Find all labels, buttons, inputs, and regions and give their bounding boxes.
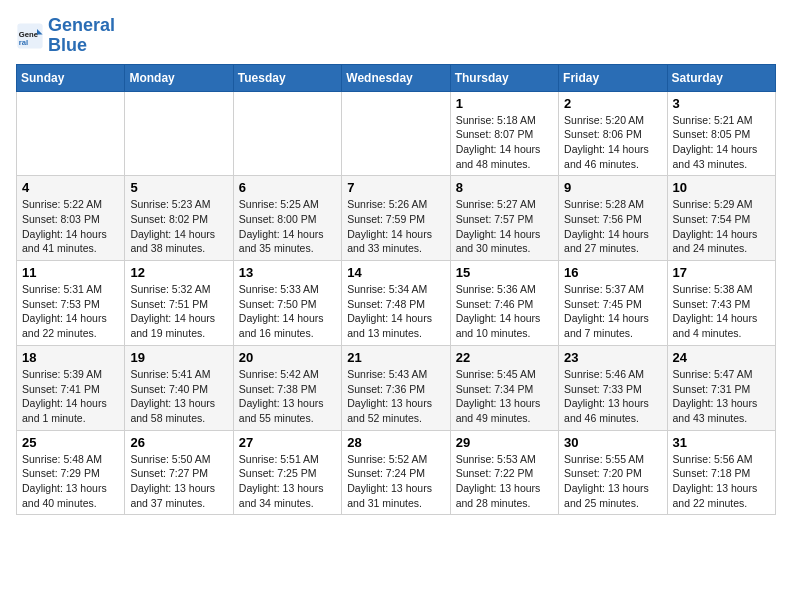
calendar-cell: 10Sunrise: 5:29 AM Sunset: 7:54 PM Dayli… xyxy=(667,176,775,261)
day-number: 4 xyxy=(22,180,119,195)
day-number: 24 xyxy=(673,350,770,365)
day-number: 19 xyxy=(130,350,227,365)
day-number: 8 xyxy=(456,180,553,195)
calendar-cell xyxy=(125,91,233,176)
day-info: Sunrise: 5:43 AM Sunset: 7:36 PM Dayligh… xyxy=(347,367,444,426)
logo-icon: Gene ral xyxy=(16,22,44,50)
calendar-table: SundayMondayTuesdayWednesdayThursdayFrid… xyxy=(16,64,776,516)
calendar-cell: 22Sunrise: 5:45 AM Sunset: 7:34 PM Dayli… xyxy=(450,345,558,430)
calendar-cell: 1Sunrise: 5:18 AM Sunset: 8:07 PM Daylig… xyxy=(450,91,558,176)
col-header-tuesday: Tuesday xyxy=(233,64,341,91)
logo-text-line2: Blue xyxy=(48,36,115,56)
day-info: Sunrise: 5:52 AM Sunset: 7:24 PM Dayligh… xyxy=(347,452,444,511)
col-header-saturday: Saturday xyxy=(667,64,775,91)
day-info: Sunrise: 5:34 AM Sunset: 7:48 PM Dayligh… xyxy=(347,282,444,341)
day-info: Sunrise: 5:39 AM Sunset: 7:41 PM Dayligh… xyxy=(22,367,119,426)
calendar-cell: 2Sunrise: 5:20 AM Sunset: 8:06 PM Daylig… xyxy=(559,91,667,176)
col-header-thursday: Thursday xyxy=(450,64,558,91)
calendar-cell: 17Sunrise: 5:38 AM Sunset: 7:43 PM Dayli… xyxy=(667,261,775,346)
calendar-cell: 5Sunrise: 5:23 AM Sunset: 8:02 PM Daylig… xyxy=(125,176,233,261)
calendar-body: 1Sunrise: 5:18 AM Sunset: 8:07 PM Daylig… xyxy=(17,91,776,515)
header: Gene ral General Blue xyxy=(16,16,776,56)
day-info: Sunrise: 5:29 AM Sunset: 7:54 PM Dayligh… xyxy=(673,197,770,256)
day-info: Sunrise: 5:18 AM Sunset: 8:07 PM Dayligh… xyxy=(456,113,553,172)
day-number: 18 xyxy=(22,350,119,365)
calendar-cell: 25Sunrise: 5:48 AM Sunset: 7:29 PM Dayli… xyxy=(17,430,125,515)
day-number: 15 xyxy=(456,265,553,280)
day-info: Sunrise: 5:22 AM Sunset: 8:03 PM Dayligh… xyxy=(22,197,119,256)
day-number: 16 xyxy=(564,265,661,280)
day-number: 30 xyxy=(564,435,661,450)
day-number: 12 xyxy=(130,265,227,280)
day-info: Sunrise: 5:51 AM Sunset: 7:25 PM Dayligh… xyxy=(239,452,336,511)
day-number: 7 xyxy=(347,180,444,195)
calendar-cell: 31Sunrise: 5:56 AM Sunset: 7:18 PM Dayli… xyxy=(667,430,775,515)
day-info: Sunrise: 5:37 AM Sunset: 7:45 PM Dayligh… xyxy=(564,282,661,341)
col-header-wednesday: Wednesday xyxy=(342,64,450,91)
day-number: 13 xyxy=(239,265,336,280)
calendar-cell: 24Sunrise: 5:47 AM Sunset: 7:31 PM Dayli… xyxy=(667,345,775,430)
calendar-cell: 6Sunrise: 5:25 AM Sunset: 8:00 PM Daylig… xyxy=(233,176,341,261)
day-info: Sunrise: 5:21 AM Sunset: 8:05 PM Dayligh… xyxy=(673,113,770,172)
calendar-cell: 8Sunrise: 5:27 AM Sunset: 7:57 PM Daylig… xyxy=(450,176,558,261)
day-info: Sunrise: 5:42 AM Sunset: 7:38 PM Dayligh… xyxy=(239,367,336,426)
col-header-monday: Monday xyxy=(125,64,233,91)
calendar-week-3: 11Sunrise: 5:31 AM Sunset: 7:53 PM Dayli… xyxy=(17,261,776,346)
day-number: 9 xyxy=(564,180,661,195)
day-info: Sunrise: 5:31 AM Sunset: 7:53 PM Dayligh… xyxy=(22,282,119,341)
calendar-cell: 12Sunrise: 5:32 AM Sunset: 7:51 PM Dayli… xyxy=(125,261,233,346)
day-info: Sunrise: 5:41 AM Sunset: 7:40 PM Dayligh… xyxy=(130,367,227,426)
day-info: Sunrise: 5:48 AM Sunset: 7:29 PM Dayligh… xyxy=(22,452,119,511)
day-info: Sunrise: 5:23 AM Sunset: 8:02 PM Dayligh… xyxy=(130,197,227,256)
calendar-cell: 7Sunrise: 5:26 AM Sunset: 7:59 PM Daylig… xyxy=(342,176,450,261)
calendar-cell: 21Sunrise: 5:43 AM Sunset: 7:36 PM Dayli… xyxy=(342,345,450,430)
svg-text:ral: ral xyxy=(19,38,28,47)
day-number: 17 xyxy=(673,265,770,280)
day-number: 5 xyxy=(130,180,227,195)
days-row: SundayMondayTuesdayWednesdayThursdayFrid… xyxy=(17,64,776,91)
day-number: 23 xyxy=(564,350,661,365)
calendar-cell: 20Sunrise: 5:42 AM Sunset: 7:38 PM Dayli… xyxy=(233,345,341,430)
day-number: 27 xyxy=(239,435,336,450)
day-number: 14 xyxy=(347,265,444,280)
day-number: 6 xyxy=(239,180,336,195)
day-info: Sunrise: 5:32 AM Sunset: 7:51 PM Dayligh… xyxy=(130,282,227,341)
calendar-cell: 27Sunrise: 5:51 AM Sunset: 7:25 PM Dayli… xyxy=(233,430,341,515)
day-number: 20 xyxy=(239,350,336,365)
calendar-cell: 13Sunrise: 5:33 AM Sunset: 7:50 PM Dayli… xyxy=(233,261,341,346)
calendar-cell: 23Sunrise: 5:46 AM Sunset: 7:33 PM Dayli… xyxy=(559,345,667,430)
day-number: 31 xyxy=(673,435,770,450)
day-number: 28 xyxy=(347,435,444,450)
calendar-cell: 3Sunrise: 5:21 AM Sunset: 8:05 PM Daylig… xyxy=(667,91,775,176)
day-number: 22 xyxy=(456,350,553,365)
day-number: 1 xyxy=(456,96,553,111)
day-number: 29 xyxy=(456,435,553,450)
day-info: Sunrise: 5:38 AM Sunset: 7:43 PM Dayligh… xyxy=(673,282,770,341)
day-info: Sunrise: 5:33 AM Sunset: 7:50 PM Dayligh… xyxy=(239,282,336,341)
day-info: Sunrise: 5:50 AM Sunset: 7:27 PM Dayligh… xyxy=(130,452,227,511)
calendar-cell: 4Sunrise: 5:22 AM Sunset: 8:03 PM Daylig… xyxy=(17,176,125,261)
logo-text-line1: General xyxy=(48,16,115,36)
calendar-cell xyxy=(233,91,341,176)
day-info: Sunrise: 5:53 AM Sunset: 7:22 PM Dayligh… xyxy=(456,452,553,511)
calendar-cell: 9Sunrise: 5:28 AM Sunset: 7:56 PM Daylig… xyxy=(559,176,667,261)
calendar-week-2: 4Sunrise: 5:22 AM Sunset: 8:03 PM Daylig… xyxy=(17,176,776,261)
calendar-cell: 30Sunrise: 5:55 AM Sunset: 7:20 PM Dayli… xyxy=(559,430,667,515)
calendar-header: SundayMondayTuesdayWednesdayThursdayFrid… xyxy=(17,64,776,91)
day-number: 3 xyxy=(673,96,770,111)
calendar-cell: 16Sunrise: 5:37 AM Sunset: 7:45 PM Dayli… xyxy=(559,261,667,346)
day-number: 21 xyxy=(347,350,444,365)
day-number: 26 xyxy=(130,435,227,450)
calendar-cell: 15Sunrise: 5:36 AM Sunset: 7:46 PM Dayli… xyxy=(450,261,558,346)
day-info: Sunrise: 5:47 AM Sunset: 7:31 PM Dayligh… xyxy=(673,367,770,426)
day-info: Sunrise: 5:20 AM Sunset: 8:06 PM Dayligh… xyxy=(564,113,661,172)
day-info: Sunrise: 5:26 AM Sunset: 7:59 PM Dayligh… xyxy=(347,197,444,256)
calendar-cell: 19Sunrise: 5:41 AM Sunset: 7:40 PM Dayli… xyxy=(125,345,233,430)
calendar-week-5: 25Sunrise: 5:48 AM Sunset: 7:29 PM Dayli… xyxy=(17,430,776,515)
day-number: 11 xyxy=(22,265,119,280)
day-info: Sunrise: 5:36 AM Sunset: 7:46 PM Dayligh… xyxy=(456,282,553,341)
day-number: 10 xyxy=(673,180,770,195)
day-info: Sunrise: 5:55 AM Sunset: 7:20 PM Dayligh… xyxy=(564,452,661,511)
day-info: Sunrise: 5:25 AM Sunset: 8:00 PM Dayligh… xyxy=(239,197,336,256)
calendar-cell: 18Sunrise: 5:39 AM Sunset: 7:41 PM Dayli… xyxy=(17,345,125,430)
